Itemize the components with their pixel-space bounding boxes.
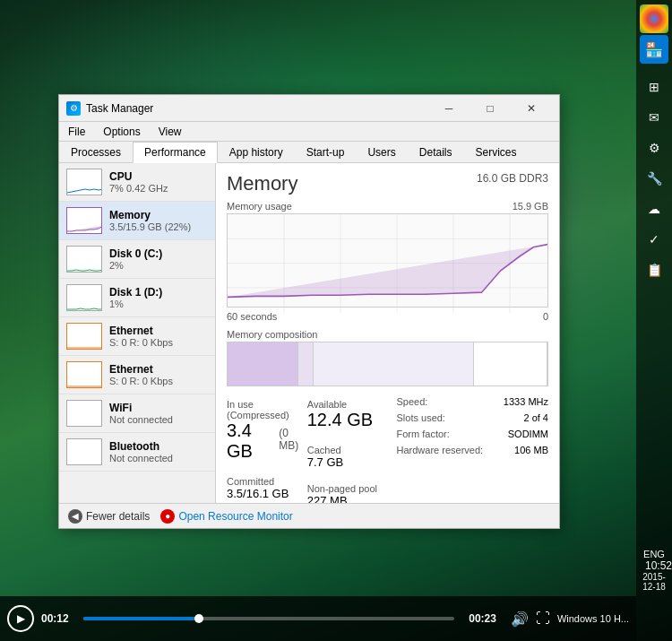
form-row: Form factor: SODIMM [397,428,549,440]
fullscreen-icon[interactable]: ⛶ [536,611,550,627]
eth1-thumb [66,361,102,388]
resource-monitor-link[interactable]: ● Open Resource Monitor [160,509,292,524]
menu-options[interactable]: Options [94,122,149,142]
close-button[interactable]: ✕ [511,95,552,122]
play-button[interactable]: ▶ [7,605,34,632]
disk1-info: Disk 1 (D:) 1% [109,286,162,309]
tab-details[interactable]: Details [408,142,464,163]
bluetooth-info: Bluetooth Not connected [109,440,173,463]
eth0-info: Ethernet S: 0 R: 0 Kbps [109,325,173,348]
stat-available: Available 12.4 GB [307,395,388,434]
cpu-label: CPU [109,170,168,183]
sys-icons-group: ⊞ ✉ ⚙ 🔧 ☁ ✓ 📋 [640,73,668,284]
tab-performance[interactable]: Performance [133,142,218,163]
cpu-thumb [66,169,102,195]
apps-icon3[interactable]: ☁ [640,195,668,223]
store-icon[interactable]: 🏪 [640,35,668,64]
disk0-info: Disk 0 (C:) 2% [109,247,162,271]
eth1-info: Ethernet S: 0 R: 0 Kbps [109,363,173,386]
monitor-link-label: Open Resource Monitor [178,510,292,523]
stat-nonpaged: Non-paged pool 227 MB [307,480,388,503]
comp-free [474,342,547,385]
tab-processes[interactable]: Processes [59,142,133,163]
sidebar-item-bluetooth[interactable]: Bluetooth Not connected [59,433,215,472]
usage-label: Memory usage [227,201,292,212]
cpu-detail: 7% 0.42 GHz [109,183,168,194]
disk1-thumb [66,284,102,311]
stat-inuse: In use (Compressed) 3.4 GB (0 MB) [227,395,307,465]
mail-icon[interactable]: ✉ [640,103,668,132]
titlebar: ⚙ Task Manager ─ □ ✕ [59,95,559,122]
disk0-label: Disk 0 (C:) [109,247,162,260]
menu-file[interactable]: File [59,122,94,142]
menubar: File Options View [59,122,559,142]
fewer-details-icon: ◀ [68,509,82,524]
window-title: Task Manager [86,102,428,115]
disk1-detail: 1% [109,299,162,309]
tab-startup[interactable]: Start-up [295,142,357,163]
sidebar-item-disk1[interactable]: Disk 1 (D:) 1% [59,279,215,317]
slots-row: Slots used: 2 of 4 [397,411,549,424]
memory-info: Memory 3.5/15.9 GB (22%) [109,209,191,232]
apps-icon5[interactable]: 📋 [640,256,668,284]
eth0-label: Ethernet [109,325,173,337]
eth1-label: Ethernet [109,363,173,376]
progress-bar[interactable] [83,617,455,620]
sidebar-item-eth0[interactable]: Ethernet S: 0 R: 0 Kbps [59,317,215,356]
sidebar-item-wifi[interactable]: WiFi Not connected [59,394,215,433]
apps-icon2[interactable]: 🔧 [640,164,668,193]
bluetooth-thumb [66,438,102,465]
available-value: 12.4 GB [307,410,388,430]
wifi-label: WiFi [109,402,173,414]
apps-icon1[interactable]: ⚙ [640,134,668,162]
bottom-taskbar: ▶ 00:12 00:23 🔊 ⛶ Windows 10 H... [0,596,636,641]
sidebar-item-disk0[interactable]: Disk 0 (C:) 2% [59,240,215,279]
wifi-thumb [66,400,102,427]
chrome-icon[interactable] [640,4,668,33]
tab-bar: Processes Performance App history Start-… [59,142,559,163]
sidebar-item-eth1[interactable]: Ethernet S: 0 R: 0 Kbps [59,356,215,394]
cpu-info: CPU 7% 0.42 GHz [109,170,168,194]
progress-thumb[interactable] [194,614,203,623]
sidebar-item-memory[interactable]: Memory 3.5/15.9 GB (22%) [59,202,215,240]
time-elapsed: 00:12 [41,612,69,625]
clock-group: ENG 10:52 2015-12-18 [636,549,672,641]
tab-users[interactable]: Users [356,142,407,163]
maximize-button[interactable]: □ [470,95,511,122]
windows-label: Windows 10 H... [557,613,629,624]
composition-label: Memory composition [227,329,548,340]
eth0-thumb [66,323,102,350]
window-controls: ─ □ ✕ [428,95,552,122]
slots-value: 2 of 4 [523,412,548,423]
volume-icon[interactable]: 🔊 [511,611,529,628]
memory-label: Memory [109,209,191,221]
comp-modified [298,342,314,385]
comp-standby [314,342,474,385]
menu-view[interactable]: View [150,122,191,142]
fewer-details-button[interactable]: ◀ Fewer details [68,509,150,524]
bluetooth-detail: Not connected [109,453,173,463]
taskbar-right: 00:23 🔊 ⛶ Windows 10 H... [461,611,629,628]
comp-inuse [228,342,298,385]
eth0-detail: S: 0 R: 0 Kbps [109,337,173,348]
desktop: ⚙ Task Manager ─ □ ✕ File Options View P… [0,0,672,641]
composition-chart [227,342,548,386]
minimize-button[interactable]: ─ [428,95,470,122]
bluetooth-label: Bluetooth [109,440,173,453]
tab-services[interactable]: Services [463,142,528,163]
apps-icon4[interactable]: ✓ [640,225,668,254]
inuse-detail: (0 MB) [279,427,306,452]
cached-label: Cached [307,445,388,455]
inuse-label: In use (Compressed) [227,399,307,420]
committed-label: Committed [227,476,307,487]
memory-thumb [66,207,102,234]
right-taskbar: 🏪 ⊞ ✉ ⚙ 🔧 ☁ ✓ 📋 ENG 10:52 2015-12-18 [636,0,672,641]
tab-app-history[interactable]: App history [218,142,295,163]
memory-spec: 16.0 GB DDR3 [477,172,548,185]
network-icon[interactable]: ⊞ [640,73,668,101]
hardware-row: Hardware reserved: 106 MB [397,444,549,456]
sidebar-item-cpu[interactable]: CPU 7% 0.42 GHz [59,163,215,202]
clock-time: 10:52 [636,559,672,572]
slots-label: Slots used: [397,412,445,423]
speed-label: Speed: [397,396,428,407]
